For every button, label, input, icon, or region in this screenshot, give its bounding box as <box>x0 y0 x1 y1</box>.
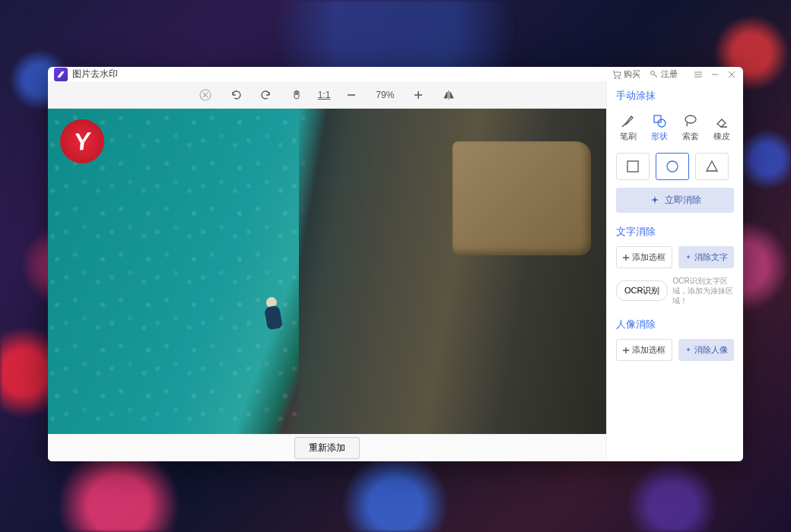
shape-icon <box>652 113 667 128</box>
content: 1:1 79% <box>48 81 743 461</box>
zoom-level: 79% <box>373 90 397 100</box>
flip-icon <box>443 89 455 101</box>
magic-icon <box>650 195 660 206</box>
loaded-image: Y <box>48 109 606 434</box>
eraser-icon <box>714 113 729 128</box>
minimize-icon <box>710 70 720 79</box>
plus-icon <box>413 90 424 100</box>
image-wrap: Y <box>48 109 606 434</box>
actual-size-button[interactable]: 1:1 <box>318 86 331 104</box>
erase-portrait-button[interactable]: 消除人像 <box>678 339 735 361</box>
canvas-area[interactable]: Y <box>48 109 606 434</box>
lasso-tool[interactable]: 索套 <box>678 110 704 145</box>
brush-tool[interactable]: 笔刷 <box>616 110 641 145</box>
toolbar: 1:1 79% <box>48 81 606 109</box>
undo-icon <box>230 89 242 101</box>
svg-point-6 <box>667 161 678 172</box>
undo-button[interactable] <box>227 86 245 104</box>
clear-icon <box>199 88 212 102</box>
svg-rect-5 <box>627 161 638 172</box>
app-window: 图片去水印 购买 注册 <box>48 67 743 461</box>
eraser-tool[interactable]: 橡皮 <box>709 110 734 145</box>
magic-icon <box>685 254 692 261</box>
portrait-section-title: 人像消除 <box>616 318 734 331</box>
shape-tool[interactable]: 形状 <box>647 110 672 145</box>
hamburger-icon <box>694 70 703 79</box>
erase-now-button[interactable]: 立即消除 <box>616 188 734 213</box>
shape-circle[interactable] <box>656 153 689 180</box>
main-area: 1:1 79% <box>48 81 606 461</box>
add-portrait-box-button[interactable]: 添加选框 <box>616 339 672 361</box>
svg-rect-2 <box>654 116 661 122</box>
manual-section-title: 手动涂抹 <box>616 89 734 103</box>
flip-button[interactable] <box>440 86 458 104</box>
close-icon <box>727 70 736 79</box>
app-icon <box>54 68 68 81</box>
redo-icon <box>260 89 272 101</box>
key-icon <box>650 70 659 79</box>
pan-button[interactable] <box>287 86 306 104</box>
clear-button[interactable] <box>196 86 214 104</box>
redo-button[interactable] <box>257 86 275 104</box>
titlebar-right: 购买 注册 <box>612 68 737 80</box>
text-section-title: 文字消除 <box>616 225 734 239</box>
square-icon <box>626 160 640 173</box>
footer-bar: 重新添加 <box>48 434 606 461</box>
triangle-icon <box>705 160 719 173</box>
plus-icon <box>622 254 630 261</box>
ocr-row: OCR识别 OCR识别文字区域，添加为涂抹区域！ <box>616 276 734 306</box>
circle-icon <box>666 160 679 173</box>
cart-icon <box>612 70 621 79</box>
titlebar: 图片去水印 购买 注册 <box>48 67 743 81</box>
plus-icon <box>622 347 630 354</box>
lasso-icon <box>683 113 698 128</box>
register-button[interactable]: 注册 <box>650 68 678 80</box>
menu-button[interactable] <box>693 69 704 80</box>
buy-button[interactable]: 购买 <box>612 68 640 80</box>
svg-point-4 <box>685 116 696 123</box>
app-title: 图片去水印 <box>72 68 118 81</box>
tool-tabs: 笔刷 形状 索套 橡皮 <box>616 110 734 145</box>
shape-triangle[interactable] <box>695 153 729 180</box>
ocr-button[interactable]: OCR识别 <box>616 280 668 301</box>
ocr-hint: OCR识别文字区域，添加为涂抹区域！ <box>672 276 734 306</box>
brush-icon <box>621 113 636 128</box>
shape-selector <box>616 153 734 180</box>
erase-text-button[interactable]: 消除文字 <box>678 246 735 268</box>
minimize-button[interactable] <box>710 69 720 80</box>
svg-point-0 <box>651 71 655 74</box>
svg-point-3 <box>658 119 666 127</box>
sidebar: 手动涂抹 笔刷 形状 索套 橡皮 <box>606 81 743 461</box>
portrait-buttons: 添加选框 消除人像 <box>616 339 734 361</box>
add-text-box-button[interactable]: 添加选框 <box>616 246 672 268</box>
magic-icon <box>685 347 692 354</box>
minus-icon <box>346 90 357 100</box>
zoom-in-button[interactable] <box>409 86 427 104</box>
zoom-out-button[interactable] <box>342 86 361 104</box>
hand-icon <box>291 89 303 101</box>
close-button[interactable] <box>726 69 737 80</box>
readd-button[interactable]: 重新添加 <box>294 437 360 459</box>
text-buttons: 添加选框 消除文字 <box>616 246 734 268</box>
shape-square[interactable] <box>616 153 650 180</box>
